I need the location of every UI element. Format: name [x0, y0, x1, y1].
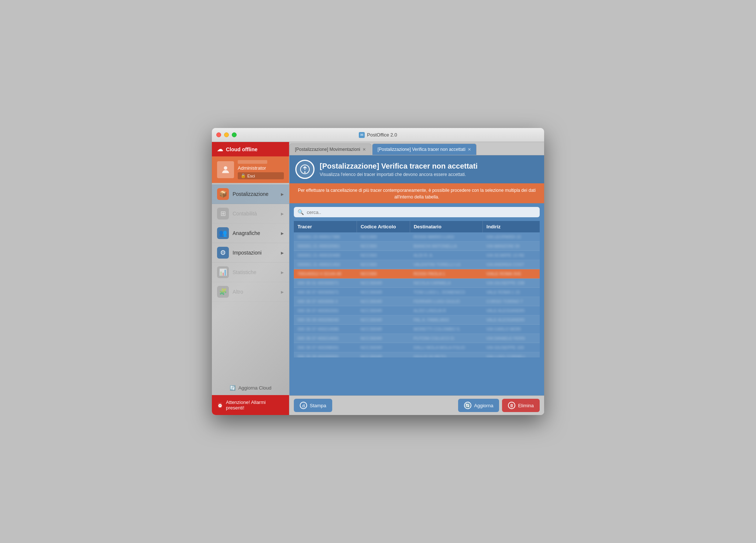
tab-movimentazioni-close[interactable]: ✕ [362, 147, 366, 152]
cell-value: 000 39 37 400214001 [298, 336, 339, 340]
update-button[interactable]: 🔄 Aggiorna [458, 399, 499, 412]
table-row[interactable]: 000 39 31 400300071NCC3004RNICOLA CARMEL… [294, 279, 540, 288]
cell-value: 000 39 37 400302001 [298, 308, 339, 313]
search-bar: 🔍 [289, 203, 544, 221]
sidebar-item-altro: 🧩 Altro ▶ [212, 282, 289, 302]
table-row[interactable]: 700140312 4 32144.48NCC000ROSSI PAOLA 1V… [294, 269, 540, 279]
cell-value: VIA SCARPE 13 RE [486, 253, 525, 257]
table-row[interactable]: 000 39 37 400214086NCC3004RMORETTI COLOM… [294, 325, 540, 334]
tab-verifica-label: [Postalizzazione] Verifica tracer non ac… [378, 147, 465, 152]
page-subtitle: Visualizza l'elenco dei tracer importati… [320, 172, 478, 177]
impostazioni-icon: ⚙ [217, 247, 229, 259]
cell-value: PAL A. FAMILIAN3 [413, 318, 449, 322]
app-body: ☁ Cloud offline Administrator 🔒 Esci [212, 142, 544, 415]
print-icon: 🖨 [300, 402, 307, 409]
cell-value: NCC3004R [360, 336, 382, 340]
cell-value: 000 39 37 400214086 [298, 327, 339, 331]
chevron-right-icon-2: ▶ [281, 212, 284, 216]
window-title: ✉ PostOffice 2.0 [359, 132, 397, 138]
alarm-label: Attenzione! Allarmi presenti! [226, 400, 284, 411]
sidebar-item-anagrafiche[interactable]: 👥 Anagrafiche ▶ [212, 224, 289, 243]
postalizzazione-label: Postalizzazione [233, 191, 277, 197]
tab-movimentazioni-label: [Postalizzazione] Movimentazioni [295, 147, 360, 152]
data-table: Tracer Codice Articolo Destinatario Indi… [294, 221, 540, 357]
delete-button[interactable]: 🗑 Elimina [502, 399, 540, 412]
bottom-bar: 🖨 Stampa 🔄 Aggiorna 🗑 Elimina [289, 395, 544, 415]
table-row[interactable]: 000 39 37 400302001NCC3004RALDO LINGUA R… [294, 306, 540, 315]
search-input[interactable] [307, 210, 536, 215]
svg-point-6 [305, 172, 305, 173]
cell-value: 000001 21 400020061 [298, 244, 340, 248]
close-button[interactable] [216, 132, 221, 137]
maximize-button[interactable] [232, 132, 237, 137]
col-destinatario: Destinatario [410, 221, 482, 232]
cell-value: NCC3004R [360, 345, 382, 350]
tab-verifica[interactable]: [Postalizzazione] Verifica tracer non ac… [372, 143, 477, 155]
navigation: 📦 Postalizzazione ▶ ⊞ Contabilità ▶ 👥 An… [212, 183, 289, 381]
cell-value: VALE ROMA 1 15 [486, 290, 520, 294]
table-row[interactable]: 000001 21 400020488NCC000ALDI R. A.VIA S… [294, 251, 540, 260]
update-icon: 🔄 [464, 402, 471, 409]
sidebar-item-postalizzazione[interactable]: 📦 Postalizzazione ▶ [212, 184, 289, 204]
scroll-container[interactable]: Tracer Codice Articolo Destinatario Indi… [294, 221, 540, 357]
chevron-right-icon-3: ▶ [281, 231, 284, 235]
cell-value: PUTONI COLUCCI D. [413, 336, 455, 340]
cell-value: VIA GIUSEPPE 100 [486, 345, 524, 350]
table-row[interactable]: 000001 23 400017386NCC000ROSSI MARIO LUI… [294, 232, 540, 242]
cell-value: VIALE ROMA 3VE [486, 272, 521, 276]
cell-value: VALE ALESSANDRI [486, 308, 525, 313]
cell-value: VIA DANIELE FERN [486, 336, 525, 340]
print-button[interactable]: 🖨 Stampa [294, 399, 332, 412]
delete-label: Elimina [518, 403, 534, 408]
cloud-status[interactable]: ☁ Cloud offline [212, 142, 289, 156]
cell-value: NCC3004R [360, 290, 382, 294]
user-role: Administrator [238, 165, 284, 171]
cloud-icon: ☁ [217, 146, 223, 153]
svg-point-0 [224, 166, 227, 170]
col-codice: Codice Articolo [357, 221, 410, 232]
tab-movimentazioni[interactable]: [Postalizzazione] Movimentazioni ✕ [289, 143, 371, 155]
cell-value: ALDI R. A. [413, 253, 433, 257]
minimize-button[interactable] [224, 132, 229, 137]
cell-value: ROSSI PAOLA 1 [413, 272, 445, 276]
update-cloud-button[interactable]: 🔄 Aggiorna Cloud [212, 381, 289, 395]
table-row[interactable]: 000 39 37 400398001NCC3004RDALLI MOLA MO… [294, 343, 540, 352]
exit-button[interactable]: 🔒 Esci [238, 172, 284, 179]
cell-value: BIANCHI ANTONELLA [413, 244, 457, 248]
right-buttons: 🔄 Aggiorna 🗑 Elimina [458, 399, 540, 412]
chevron-right-icon: ▶ [281, 192, 284, 196]
table-row[interactable]: 000 39 39 400206040NCC3004RPAL A. FAMILI… [294, 315, 540, 325]
cell-value: MORETTI COLOMBO S. [413, 327, 461, 331]
alarm-bar[interactable]: ⏰ Attenzione! Allarmi presenti! [212, 395, 289, 415]
cell-value: VIA MANZONI 34 [486, 244, 519, 248]
table-row[interactable]: 000 39 39 400300001NCC3004RGIULIO DI RET… [294, 352, 540, 358]
table-row[interactable]: 000 39 37 400214001NCC3004RPUTONI COLUCC… [294, 334, 540, 343]
tab-verifica-close[interactable]: ✕ [468, 147, 471, 152]
cloud-label: Cloud offline [226, 146, 258, 152]
page-title: [Postalizzazione] Verifica tracer non ac… [320, 162, 478, 170]
table-row[interactable]: 000001 21 400021450NCC000VALENTINI TOREL… [294, 260, 540, 269]
app-window: ✉ PostOffice 2.0 ☁ Cloud offline [212, 128, 544, 415]
cell-value: CORSO TORINO T [486, 299, 523, 304]
print-label: Stampa [310, 403, 326, 408]
cell-value: VALENTINI TORELLI LG [413, 262, 461, 267]
table-row[interactable]: 000 39 37 400305671NCC3004RTONI LUIGI L.… [294, 288, 540, 297]
sidebar-item-impostazioni[interactable]: ⚙ Impostazioni ▶ [212, 243, 289, 263]
col-indirizzo: Indiriz [482, 221, 540, 232]
cell-value: NCC000 [360, 272, 377, 276]
lock-icon: 🔒 [241, 173, 246, 178]
content-panel: [Postalizzazione] Verifica tracer non ac… [289, 155, 544, 395]
cell-value: 000001 21 400020488 [298, 253, 340, 257]
cell-value: NCC3004R [360, 281, 382, 285]
warning-bar: Per effettuare la cancellazione di più t… [289, 184, 544, 203]
sidebar-item-statistiche: 📊 Statistiche ▶ [212, 263, 289, 282]
contabilita-label: Contabilità [233, 211, 277, 217]
cell-value: 000 39 37 4003056 3 [298, 299, 338, 304]
table-row[interactable]: 000001 21 400020061NCC000BIANCHI ANTONEL… [294, 242, 540, 251]
delete-icon: 🗑 [508, 402, 515, 409]
impostazioni-label: Impostazioni [233, 250, 277, 256]
anagrafiche-icon: 👥 [217, 227, 229, 239]
table-row[interactable]: 000 39 37 4003056 3NCC3004RFERRARI LUIGI… [294, 297, 540, 306]
chevron-right-icon-5: ▶ [281, 270, 284, 274]
cell-value: NCC3004R [360, 299, 382, 304]
